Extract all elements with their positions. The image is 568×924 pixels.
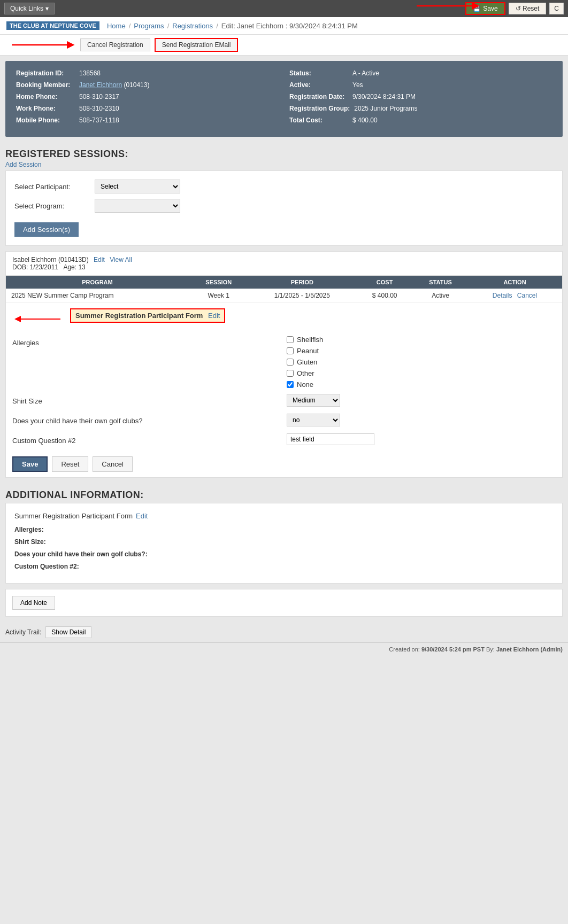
mobile-phone-label: Mobile Phone: bbox=[16, 117, 75, 124]
work-phone-label: Work Phone: bbox=[16, 105, 75, 112]
activity-trail-label: Activity Trail: bbox=[5, 628, 41, 636]
allergy-other-label: Other bbox=[297, 369, 314, 377]
quick-links-label: Quick Links bbox=[10, 5, 43, 12]
select-participant-dropdown[interactable]: Select bbox=[95, 180, 180, 193]
details-link[interactable]: Details bbox=[493, 292, 512, 299]
add-session-link[interactable]: Add Session bbox=[5, 161, 563, 168]
additional-edit-link[interactable]: Edit bbox=[136, 512, 148, 520]
select-participant-row: Select Participant: Select bbox=[14, 180, 554, 193]
shirt-size-label: Shirt Size bbox=[12, 394, 281, 408]
active-value: Yes bbox=[352, 81, 363, 89]
form-cancel-button[interactable]: Cancel bbox=[93, 456, 132, 472]
custom-q2-input[interactable] bbox=[287, 433, 374, 445]
booking-member-link[interactable]: Janet Eichhorn bbox=[79, 81, 122, 89]
reg-date-value: 9/30/2024 8:24:31 PM bbox=[352, 93, 416, 100]
booking-member-id: (010413) bbox=[124, 81, 149, 89]
allergy-gluten-row[interactable]: Gluten bbox=[287, 358, 556, 366]
select-program-label: Select Program: bbox=[14, 202, 89, 210]
participant-form-section: Summer Registration Participant Form Edi… bbox=[6, 303, 562, 477]
golf-clubs-select[interactable]: yes no bbox=[287, 414, 340, 426]
top-reset-button[interactable]: ↺ Reset bbox=[509, 3, 547, 14]
form-reset-button[interactable]: Reset bbox=[52, 456, 88, 472]
breadcrumb-home[interactable]: Home bbox=[107, 22, 126, 30]
breadcrumb-programs[interactable]: Programs bbox=[134, 22, 164, 30]
allergy-shellfish-row[interactable]: Shellfish bbox=[287, 336, 556, 344]
allergy-other-checkbox[interactable] bbox=[287, 370, 294, 377]
footer-text: Created on: 9/30/2024 5:24 pm PST By: Ja… bbox=[389, 646, 563, 653]
cell-status: Active bbox=[413, 289, 467, 303]
allergy-other-row[interactable]: Other bbox=[287, 369, 556, 377]
participant-view-all-link[interactable]: View All bbox=[110, 256, 132, 263]
cell-program: 2025 NEW Summer Camp Program bbox=[6, 289, 189, 303]
add-sessions-button[interactable]: Add Session(s) bbox=[14, 222, 79, 237]
mobile-phone-value: 508-737-1118 bbox=[79, 117, 119, 124]
form-save-button[interactable]: Save bbox=[12, 456, 48, 472]
total-cost-value: $ 400.00 bbox=[352, 117, 378, 124]
custom-q2-control bbox=[287, 433, 556, 445]
booking-member-label: Booking Member: bbox=[16, 81, 75, 89]
cell-action: Details Cancel bbox=[467, 289, 562, 303]
additional-shirt-row: Shirt Size: bbox=[14, 538, 554, 546]
breadcrumb: THE CLUB AT NEPTUNE COVE Home / Programs… bbox=[0, 17, 568, 35]
golf-clubs-control: yes no bbox=[287, 414, 556, 426]
allergy-none-label: None bbox=[297, 381, 313, 389]
additional-golf-row: Does your child have their own golf club… bbox=[14, 550, 554, 558]
registration-info-card: Registration ID: 138568 Booking Member: … bbox=[5, 61, 563, 137]
allergy-none-row[interactable]: None bbox=[287, 381, 556, 389]
note-panel: Add Note bbox=[5, 589, 563, 617]
select-program-dropdown[interactable] bbox=[95, 199, 180, 213]
footer: Created on: 9/30/2024 5:24 pm PST By: Ja… bbox=[0, 642, 568, 656]
allergy-none-checkbox[interactable] bbox=[287, 381, 294, 388]
golf-clubs-label: Does your child have their own golf club… bbox=[12, 414, 281, 428]
show-detail-button[interactable]: Show Detail bbox=[45, 626, 91, 638]
allergy-shellfish-checkbox[interactable] bbox=[287, 336, 294, 343]
home-phone-label: Home Phone: bbox=[16, 93, 75, 100]
participant-form-grid: Allergies Shellfish Peanut Gluten Other bbox=[12, 336, 556, 448]
cell-session: Week 1 bbox=[189, 289, 248, 303]
table-row: 2025 NEW Summer Camp Program Week 1 1/1/… bbox=[6, 289, 562, 303]
participant-dob: DOB: 1/23/2011 bbox=[12, 263, 58, 271]
col-session: SESSION bbox=[189, 276, 248, 289]
allergies-control: Shellfish Peanut Gluten Other None bbox=[287, 336, 556, 389]
shirt-size-select[interactable]: Small Medium Large X-Large bbox=[287, 394, 340, 407]
reg-group-value: 2025 Junior Programs bbox=[354, 105, 417, 112]
participant-age: Age: 13 bbox=[63, 263, 85, 271]
action-bar: Cancel Registration Send Registration EM… bbox=[0, 35, 568, 56]
reg-group-label: Registration Group: bbox=[289, 105, 350, 112]
top-toolbar: Quick Links ▾ 💾 Save ↺ Res bbox=[0, 0, 568, 17]
participant-name: Isabel Eichhorn bbox=[12, 256, 57, 263]
status-label: Status: bbox=[289, 69, 348, 77]
registered-sessions-title: REGISTERED SESSIONS: bbox=[5, 149, 563, 160]
col-period: PERIOD bbox=[248, 276, 356, 289]
additional-allergies-label: Allergies: bbox=[14, 526, 44, 533]
reg-date-label: Registration Date: bbox=[289, 93, 348, 100]
cell-cost: $ 400.00 bbox=[356, 289, 413, 303]
allergy-peanut-row[interactable]: Peanut bbox=[287, 347, 556, 355]
participant-sessions-section: Isabel Eichhorn (010413D) Edit View All … bbox=[5, 251, 563, 478]
participant-edit-link[interactable]: Edit bbox=[94, 256, 105, 263]
quick-links-button[interactable]: Quick Links ▾ bbox=[4, 3, 55, 14]
breadcrumb-sep-1: / bbox=[129, 22, 131, 30]
additional-info-panel: Summer Registration Participant Form Edi… bbox=[5, 503, 563, 584]
breadcrumb-sep-2: / bbox=[167, 22, 170, 30]
breadcrumb-registrations[interactable]: Registrations bbox=[172, 22, 213, 30]
top-cancel-button[interactable]: C bbox=[549, 3, 564, 14]
participant-form-edit-link[interactable]: Edit bbox=[208, 312, 220, 320]
allergy-peanut-checkbox[interactable] bbox=[287, 347, 294, 354]
additional-form-title: Summer Registration Participant Form Edi… bbox=[14, 512, 554, 520]
cancel-registration-button[interactable]: Cancel Registration bbox=[80, 38, 150, 51]
send-registration-email-button[interactable]: Send Registration EMail bbox=[155, 38, 239, 52]
allergy-shellfish-label: Shellfish bbox=[297, 336, 323, 344]
cancel-link[interactable]: Cancel bbox=[517, 292, 537, 299]
chevron-down-icon: ▾ bbox=[45, 5, 49, 12]
col-action: ACTION bbox=[467, 276, 562, 289]
breadcrumb-current: Edit: Janet Eichhorn : 9/30/2024 8:24:31… bbox=[221, 22, 358, 30]
reset-icon: ↺ bbox=[516, 5, 521, 12]
additional-custom-q2-row: Custom Question #2: bbox=[14, 562, 554, 570]
arrow-annotation-2 bbox=[6, 40, 76, 50]
allergy-gluten-checkbox[interactable] bbox=[287, 359, 294, 366]
select-program-row: Select Program: bbox=[14, 199, 554, 213]
custom-q2-label: Custom Question #2 bbox=[12, 433, 281, 448]
add-note-button[interactable]: Add Note bbox=[12, 596, 55, 610]
form-buttons: Save Reset Cancel bbox=[12, 456, 556, 472]
